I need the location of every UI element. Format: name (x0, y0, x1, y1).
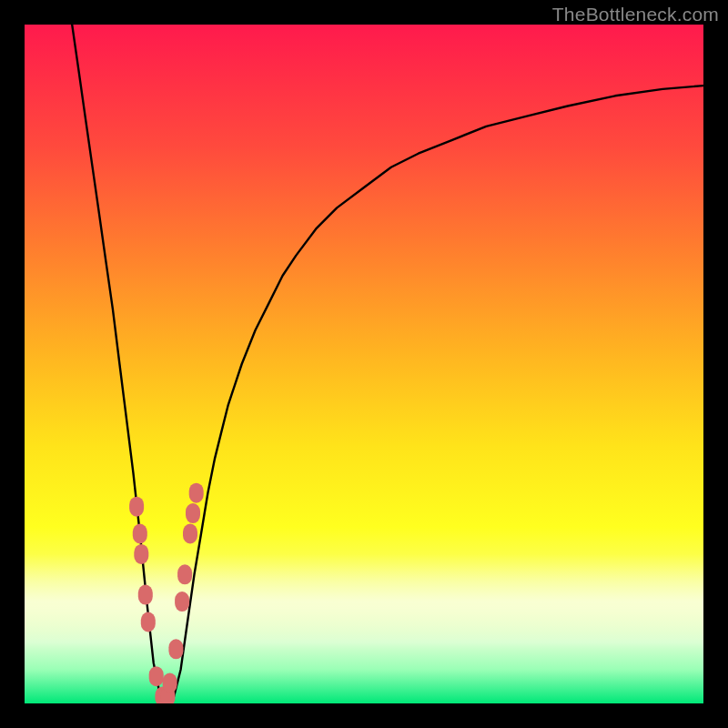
marker-dot (168, 639, 183, 659)
chart-frame: TheBottleneck.com (0, 0, 728, 728)
marker-dot (175, 592, 189, 612)
marker-dot (189, 483, 204, 503)
marker-dot (183, 524, 197, 544)
marker-dot (133, 524, 147, 544)
marker-dot (149, 666, 164, 686)
marker-dot (186, 503, 200, 523)
marker-dot (134, 544, 148, 564)
marker-dot (141, 612, 156, 632)
marker-dot (163, 673, 177, 693)
curve-layer (25, 25, 703, 703)
marker-dot (138, 585, 153, 605)
marker-dot (177, 564, 192, 584)
watermark-text: TheBottleneck.com (552, 4, 719, 25)
marker-dot (129, 497, 144, 517)
bottleneck-curve (72, 25, 703, 703)
plot-area (25, 25, 703, 703)
